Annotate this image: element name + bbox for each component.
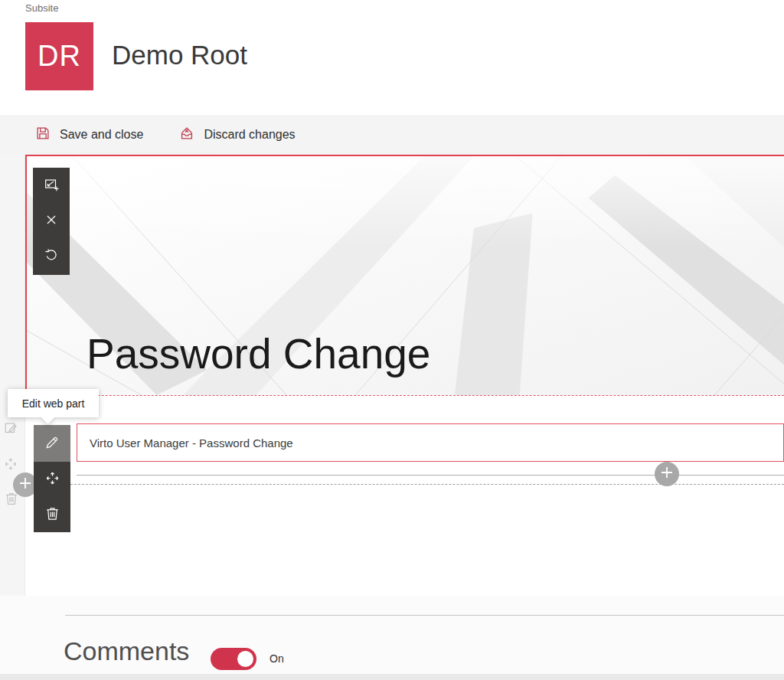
hero-toolbar <box>33 168 70 275</box>
plus-icon <box>660 466 674 482</box>
save-and-close-button[interactable]: Save and close <box>34 125 143 145</box>
webpart-title-input[interactable] <box>77 423 784 462</box>
plus-icon <box>18 476 32 493</box>
discard-icon <box>178 125 195 145</box>
site-logo[interactable]: DR <box>25 22 93 90</box>
move-webpart-button[interactable] <box>34 462 70 497</box>
page-canvas: Password Change <box>25 155 784 596</box>
bottom-strip <box>0 674 784 680</box>
page-title[interactable]: Password Change <box>87 329 430 378</box>
delete-webpart-button[interactable] <box>34 497 70 532</box>
toggle-knob <box>237 651 253 667</box>
canvas-gutter <box>0 155 25 596</box>
add-webpart-button[interactable] <box>655 462 679 486</box>
edit-webpart-button[interactable] <box>34 425 70 462</box>
remove-image-icon <box>43 211 60 231</box>
comments-toggle[interactable] <box>211 648 256 670</box>
undo-button[interactable] <box>33 240 70 273</box>
comments-label: Comments <box>64 636 189 666</box>
save-and-close-label: Save and close <box>60 128 143 142</box>
edit-webpart-tooltip: Edit web part <box>8 389 99 417</box>
command-bar: Save and close Discard changes <box>0 115 784 155</box>
comments-toggle-state: On <box>270 652 284 665</box>
edit-section-icon[interactable] <box>3 420 20 436</box>
change-image-button[interactable] <box>33 169 70 203</box>
discard-changes-label: Discard changes <box>204 128 295 142</box>
comments-divider <box>65 615 784 616</box>
change-image-icon <box>43 176 60 196</box>
tooltip-text: Edit web part <box>22 397 85 410</box>
breadcrumb[interactable]: Subsite <box>25 2 58 14</box>
sharepoint-page-editor: Subsite DR Demo Root Save and close <box>0 0 784 680</box>
comments-section: Comments On <box>0 596 784 680</box>
site-title: Demo Root <box>112 40 247 70</box>
save-icon <box>34 125 51 145</box>
webpart-toolbar-lower <box>34 462 70 532</box>
hero-banner-webpart[interactable]: Password Change <box>25 155 784 396</box>
site-logo-initials: DR <box>38 40 81 73</box>
pencil-icon <box>44 433 61 454</box>
move-icon <box>44 469 61 490</box>
discard-changes-button[interactable]: Discard changes <box>178 125 295 145</box>
trash-icon <box>44 505 61 525</box>
remove-image-button[interactable] <box>33 204 70 238</box>
webpart-toolbar <box>34 425 70 532</box>
undo-icon <box>43 247 60 266</box>
move-section-icon[interactable] <box>2 456 19 472</box>
